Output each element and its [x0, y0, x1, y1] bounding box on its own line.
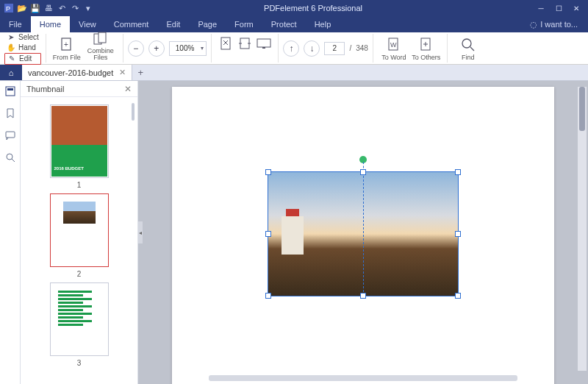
- document-tab[interactable]: vancouver-2016-budget ✕: [22, 65, 132, 80]
- thumb-label-1: 1: [77, 181, 82, 189]
- ribbon: ➤Select ✋Hand ✎Edit + From File Combine …: [0, 32, 588, 65]
- bulb-icon: ◌: [530, 20, 537, 29]
- hand-tool[interactable]: ✋Hand: [4, 43, 41, 53]
- save-icon[interactable]: 💾: [29, 2, 41, 14]
- collapse-panel-handle[interactable]: ◂: [138, 221, 143, 243]
- app-title: PDFelement 6 Professional: [97, 4, 529, 13]
- svg-point-18: [7, 154, 12, 160]
- thumbnail-page-2[interactable]: 2: [50, 193, 109, 278]
- thumbnail-list: 1 2 3: [21, 97, 137, 384]
- thumbnail-page-3[interactable]: 3: [50, 282, 109, 367]
- resize-handle-tl[interactable]: [265, 169, 271, 175]
- tab-view[interactable]: View: [70, 16, 105, 32]
- page1-preview: [51, 106, 107, 177]
- svg-rect-5: [98, 32, 106, 43]
- svg-rect-6: [221, 38, 230, 49]
- page-number-input[interactable]: 2: [324, 42, 345, 55]
- file-plus-icon: +: [60, 38, 74, 52]
- next-page-button[interactable]: ↓: [304, 40, 320, 57]
- word-icon: W: [387, 38, 401, 52]
- page-view[interactable]: [172, 87, 554, 384]
- side-strip: [0, 81, 21, 384]
- combine-files-button[interactable]: Combine Files: [83, 34, 118, 63]
- resize-handle-tm[interactable]: [360, 169, 366, 175]
- edit-icon: ✎: [7, 54, 16, 63]
- resize-handle-bm[interactable]: [360, 293, 366, 299]
- selected-image[interactable]: [268, 171, 459, 296]
- fit-page-button[interactable]: [216, 34, 235, 53]
- fit-screen-button[interactable]: [254, 34, 273, 53]
- select-tool[interactable]: ➤Select: [4, 32, 41, 43]
- hand-icon: ✋: [7, 43, 15, 52]
- close-panel-icon[interactable]: ✕: [124, 84, 132, 94]
- bookmarks-icon[interactable]: [4, 107, 16, 119]
- scroll-handle[interactable]: [132, 103, 135, 121]
- open-icon[interactable]: 📂: [16, 2, 28, 14]
- resize-handle-tr[interactable]: [455, 169, 461, 175]
- svg-rect-8: [257, 39, 270, 47]
- tab-file[interactable]: File: [0, 16, 31, 32]
- thumbnail-header: Thumbnail ✕: [21, 81, 137, 97]
- undo-icon[interactable]: ↶: [56, 2, 68, 14]
- zoom-out-button[interactable]: −: [128, 40, 144, 57]
- print-icon[interactable]: 🖶: [43, 2, 54, 14]
- thumbnail-title: Thumbnail: [26, 85, 64, 93]
- tab-help[interactable]: Help: [306, 16, 340, 32]
- thumbnail-page-1[interactable]: 1: [50, 104, 109, 189]
- resize-handle-mr[interactable]: [455, 231, 461, 237]
- zoom-select[interactable]: 100%: [169, 41, 207, 56]
- resize-handle-ml[interactable]: [265, 231, 271, 237]
- thumb-label-3: 3: [77, 359, 82, 367]
- menu-bar: File Home View Comment Edit Page Form Pr…: [0, 16, 588, 32]
- page-total: 348: [356, 44, 368, 52]
- svg-text:W: W: [390, 41, 397, 49]
- quick-access-toolbar: P 📂 💾 🖶 ↶ ↷ ▾: [0, 2, 97, 14]
- minimize-button[interactable]: ─: [534, 2, 548, 14]
- resize-handle-br[interactable]: [455, 293, 461, 299]
- svg-rect-9: [262, 47, 265, 49]
- cursor-icon: ➤: [7, 33, 15, 42]
- thumbnails-icon[interactable]: [4, 85, 16, 97]
- page2-preview: [63, 202, 96, 224]
- search-panel-icon[interactable]: [4, 152, 16, 163]
- qat-dropdown-icon[interactable]: ▾: [82, 2, 94, 14]
- close-tab-icon[interactable]: ✕: [119, 68, 126, 77]
- document-tabs: ⌂ vancouver-2016-budget ✕ +: [0, 65, 588, 81]
- app-logo-icon: P: [3, 2, 15, 14]
- window-controls: ─ ☐ ✕: [529, 2, 588, 14]
- search-icon: [461, 38, 476, 52]
- tab-form[interactable]: Form: [226, 16, 262, 32]
- thumbnail-panel: Thumbnail ✕ 1 2 3: [21, 81, 138, 384]
- export-icon: [419, 38, 434, 52]
- document-tab-label: vancouver-2016-budget: [28, 68, 113, 77]
- tab-edit[interactable]: Edit: [157, 16, 189, 32]
- tab-protect[interactable]: Protect: [262, 16, 306, 32]
- from-file-button[interactable]: + From File: [51, 34, 83, 63]
- prev-page-button[interactable]: ↑: [283, 40, 299, 57]
- find-button[interactable]: Find: [452, 34, 484, 63]
- zoom-in-button[interactable]: +: [148, 40, 165, 57]
- to-word-button[interactable]: W To Word: [378, 34, 410, 63]
- tab-page[interactable]: Page: [189, 16, 226, 32]
- main-area: Thumbnail ✕ 1 2 3 ◂: [0, 81, 588, 384]
- tab-home[interactable]: Home: [31, 16, 70, 32]
- vertical-scrollbar[interactable]: [578, 87, 587, 371]
- svg-point-13: [462, 39, 471, 48]
- edit-tool[interactable]: ✎Edit: [4, 53, 41, 65]
- fit-width-button[interactable]: [235, 34, 254, 53]
- doc-home-button[interactable]: ⌂: [0, 65, 22, 80]
- svg-text:P: P: [6, 5, 10, 13]
- center-guide: [363, 172, 364, 296]
- close-button[interactable]: ✕: [569, 2, 584, 14]
- resize-handle-bl[interactable]: [265, 293, 271, 299]
- comments-icon[interactable]: [4, 129, 16, 141]
- i-want-to[interactable]: ◌ I want to...: [520, 16, 588, 32]
- maximize-button[interactable]: ☐: [551, 2, 566, 14]
- horizontal-scrollbar[interactable]: [209, 375, 517, 381]
- add-tab-button[interactable]: +: [132, 65, 148, 80]
- tab-comment[interactable]: Comment: [105, 16, 158, 32]
- svg-line-14: [470, 47, 474, 51]
- to-others-button[interactable]: To Others: [410, 34, 442, 63]
- redo-icon[interactable]: ↷: [69, 2, 81, 14]
- title-bar: P 📂 💾 🖶 ↶ ↷ ▾ PDFelement 6 Professional …: [0, 0, 588, 16]
